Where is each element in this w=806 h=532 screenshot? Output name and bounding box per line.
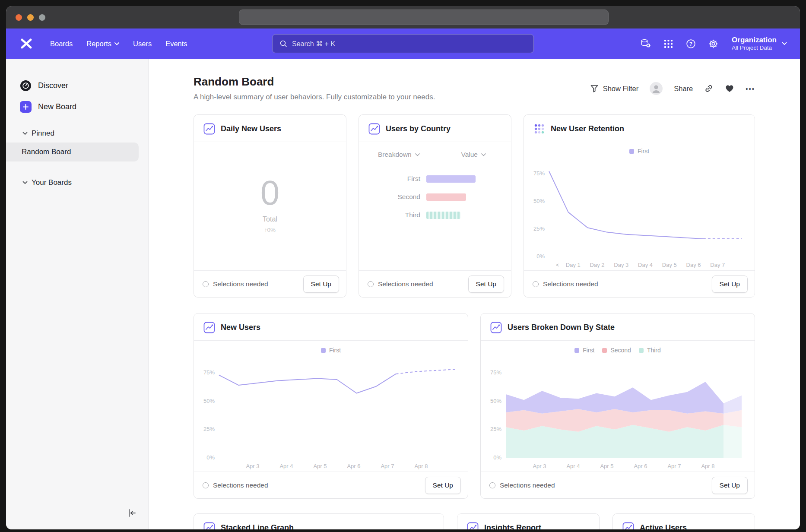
card-title: New User Retention [551, 124, 624, 133]
apps-grid-icon[interactable] [659, 35, 677, 52]
new-board-label: New Board [38, 102, 76, 111]
window-zoom-button[interactable] [39, 14, 45, 21]
svg-text:Apr 5: Apr 5 [600, 463, 613, 469]
breakdown-label: Breakdown [378, 151, 412, 158]
link-icon [704, 84, 714, 93]
chevron-down-icon [782, 42, 787, 45]
status-circle-icon [489, 482, 495, 488]
metric-label: Total [263, 215, 277, 223]
legend-swatch [321, 348, 326, 353]
help-icon[interactable]: ? [682, 35, 700, 52]
status-label: Selections needed [213, 280, 268, 288]
nav-reports[interactable]: Reports [80, 35, 125, 52]
svg-text:50%: 50% [203, 398, 215, 404]
chart-legend: FirstSecondThird [484, 341, 751, 355]
sidebar-item-new-board[interactable]: New Board [6, 96, 148, 117]
set-up-button[interactable]: Set Up [303, 276, 339, 293]
share-label: Share [674, 85, 693, 93]
window-close-button[interactable] [16, 14, 22, 21]
card-status: Selections needed [489, 481, 555, 489]
collapse-sidebar-button[interactable] [127, 508, 137, 520]
search-icon [279, 40, 287, 48]
value-dropdown[interactable]: Value [461, 151, 486, 158]
svg-text:Apr 6: Apr 6 [634, 463, 647, 469]
set-up-button[interactable]: Set Up [712, 276, 748, 293]
discover-label: Discover [38, 81, 68, 90]
line-chart-icon [368, 123, 380, 135]
line-chart-icon [203, 123, 215, 135]
favorite-button[interactable] [725, 84, 734, 93]
legend-swatch [574, 348, 579, 353]
svg-text:75%: 75% [490, 369, 501, 376]
card-title: Active Users [640, 523, 687, 529]
nav-users-label: Users [133, 40, 152, 48]
bar-segment[interactable] [426, 175, 476, 183]
page-subtitle: A high-level summary of user behaviors. … [194, 92, 435, 101]
settings-gear-icon[interactable] [704, 35, 722, 52]
legend-swatch [629, 149, 634, 154]
avatar-icon [650, 82, 663, 95]
card-title: Users by Country [386, 124, 451, 133]
search-input[interactable]: Search ⌘ + K [272, 34, 534, 53]
svg-text:?: ? [689, 41, 692, 47]
sidebar: Discover New Board Pinned Random Board Y… [6, 59, 149, 529]
copy-link-button[interactable] [704, 84, 714, 93]
legend-item[interactable]: First [629, 148, 649, 155]
nav-events-label: Events [165, 40, 187, 48]
svg-text:Apr 8: Apr 8 [701, 463, 714, 469]
legend-item[interactable]: First [574, 347, 594, 354]
chevron-down-icon [114, 42, 119, 45]
svg-text:75%: 75% [203, 369, 215, 376]
status-label: Selections needed [378, 280, 433, 288]
bar-segment[interactable] [426, 212, 460, 219]
org-switcher[interactable]: Organization All Project Data [732, 35, 787, 52]
legend-item[interactable]: Third [639, 347, 661, 354]
svg-text:Day 5: Day 5 [662, 262, 677, 268]
share-button[interactable]: Share [674, 85, 693, 93]
svg-text:Day 1: Day 1 [566, 262, 581, 268]
bar-segment[interactable] [426, 193, 466, 201]
nav-boards[interactable]: Boards [44, 35, 79, 52]
board-owner-avatar[interactable] [650, 82, 663, 95]
bar-label: Third [369, 211, 420, 219]
legend-item[interactable]: Second [602, 347, 631, 354]
browser-window: Boards Reports Users Events Search ⌘ + K [6, 6, 800, 529]
set-up-button[interactable]: Set Up [712, 477, 748, 494]
chevron-down-icon [481, 153, 486, 156]
country-bar-row: Second [359, 188, 511, 206]
metric-value: 0 [260, 176, 280, 210]
card-users-by-state: Users Broken Down By State FirstSecondTh… [480, 313, 755, 499]
filter-funnel-icon [590, 84, 599, 93]
breakdown-dropdown[interactable]: Breakdown [378, 151, 420, 158]
discover-icon [20, 80, 32, 92]
traffic-lights [6, 14, 45, 21]
window-minimize-button[interactable] [27, 14, 34, 21]
svg-text:25%: 25% [490, 426, 501, 432]
mixpanel-logo-icon[interactable] [17, 35, 35, 52]
your-boards-label: Your Boards [32, 178, 72, 187]
data-management-icon[interactable] [637, 35, 655, 52]
svg-text:Apr 7: Apr 7 [381, 463, 394, 469]
card-title: Users Broken Down By State [508, 323, 615, 332]
sidebar-item-random-board[interactable]: Random Board [6, 142, 139, 162]
legend-item[interactable]: First [321, 347, 341, 354]
sidebar-item-discover[interactable]: Discover [6, 75, 148, 96]
status-circle-icon [203, 482, 209, 488]
card-status: Selections needed [533, 280, 598, 288]
status-label: Selections needed [213, 481, 268, 489]
set-up-button[interactable]: Set Up [425, 477, 461, 494]
heart-icon [725, 84, 734, 93]
nav-events[interactable]: Events [159, 35, 193, 52]
bar-label: First [369, 175, 420, 183]
more-options-button[interactable]: ••• [746, 85, 755, 92]
sidebar-section-your-boards[interactable]: Your Boards [6, 174, 148, 192]
svg-text:Apr 3: Apr 3 [533, 463, 546, 469]
chevron-down-icon [415, 153, 420, 156]
nav-users[interactable]: Users [127, 35, 158, 52]
legend-swatch [602, 348, 607, 353]
show-filter-button[interactable]: Show Filter [590, 84, 639, 93]
set-up-button[interactable]: Set Up [468, 276, 504, 293]
org-project-data: All Project Data [732, 44, 777, 52]
sidebar-section-pinned[interactable]: Pinned [6, 124, 148, 142]
url-bar[interactable] [239, 10, 609, 25]
